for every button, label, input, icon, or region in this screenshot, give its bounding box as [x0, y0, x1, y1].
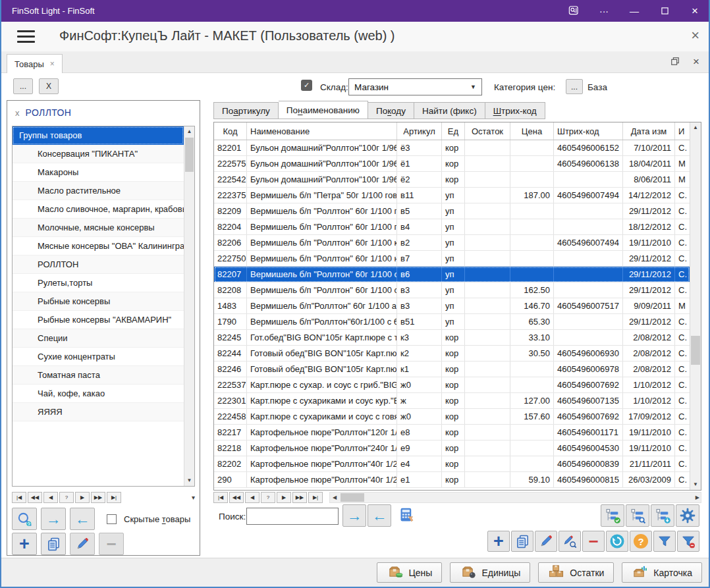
refresh-button[interactable] [606, 531, 628, 552]
group-item[interactable]: РОЛЛТОН [13, 255, 184, 274]
table-cell[interactable]: 162.50 [510, 282, 554, 298]
record-nav-button[interactable]: ▶▶ [91, 492, 105, 503]
table-cell[interactable]: Вермишель б/п"Роллтон" 60г 1/100 а [247, 298, 397, 313]
table-cell[interactable] [465, 393, 510, 408]
delete-item-button[interactable]: − [582, 531, 605, 552]
table-cell[interactable]: 29/11/2012 [623, 314, 675, 329]
search-mode-tab[interactable]: Штрих-код [485, 102, 545, 119]
table-cell[interactable]: 1790 [214, 314, 247, 329]
zoom-refresh-button[interactable] [12, 508, 37, 530]
filter-button[interactable] [653, 531, 676, 552]
table-cell[interactable] [465, 456, 510, 471]
table-cell[interactable] [465, 361, 510, 377]
table-cell[interactable]: 4605496007517 [554, 298, 623, 313]
table-row[interactable]: 82218Картофельное пюре"Роллтон"240г 1/е9… [214, 441, 690, 456]
copy-item-button[interactable] [511, 531, 533, 552]
table-cell[interactable]: 4605496006978 [554, 361, 623, 377]
window-search-icon[interactable] [559, 0, 589, 22]
table-row[interactable]: 222537Карт.пюре с сухар. и соус с гриб."… [214, 377, 690, 393]
table-cell[interactable]: е4 [397, 456, 442, 471]
table-cell[interactable]: 222458 [214, 409, 247, 424]
table-header-cell[interactable]: Артикул [397, 122, 442, 140]
table-cell[interactable]: е8 [397, 425, 442, 440]
table-cell[interactable]: 222575 [214, 156, 247, 171]
table-cell[interactable]: в4 [397, 219, 442, 234]
table-cell[interactable]: 2/08/2012 [623, 330, 675, 345]
group-item[interactable]: Рулеты,торты [13, 274, 184, 292]
table-cell[interactable]: 290 [214, 472, 247, 487]
group-item[interactable]: Мясные консервы "ОВА" Калининград [13, 237, 184, 255]
table-cell[interactable]: Вермишель б/п "Роллтон" 60г 1/100 г [247, 219, 397, 234]
table-row[interactable]: 1790Вермишель б/п"Роллтон"60г1/100 с 6в5… [214, 314, 690, 330]
table-cell[interactable]: 82208 [214, 282, 247, 298]
table-cell[interactable]: С. [675, 361, 690, 377]
table-header-cell[interactable]: Код [214, 122, 247, 140]
group-back-button[interactable]: ← [70, 508, 95, 530]
delete-group-button[interactable]: − [99, 533, 124, 555]
table-cell[interactable]: 82204 [214, 219, 247, 234]
table-cell[interactable]: С. [675, 188, 690, 203]
tab-tovary[interactable]: Товары × [7, 54, 63, 73]
table-cell[interactable]: в7 [397, 251, 442, 266]
table-cell[interactable] [465, 203, 510, 219]
table-cell[interactable]: 4605496006138 [554, 156, 623, 171]
nav-dropdown-icon[interactable]: ▾ [192, 494, 195, 501]
table-row[interactable]: 82206Вермишель б/п "Роллтон" 60г 1/100 к… [214, 235, 690, 251]
table-scrollbar[interactable]: ▲ ▼ [690, 122, 701, 490]
table-cell[interactable] [510, 156, 554, 171]
table-header-cell[interactable]: Наименование [247, 122, 397, 140]
table-cell[interactable]: 4605496007692 [554, 377, 623, 392]
table-cell[interactable] [510, 361, 554, 377]
table-cell[interactable]: М [675, 156, 690, 171]
search-mode-tab[interactable]: Найти (фикс) [414, 102, 485, 119]
search-input[interactable] [246, 508, 339, 525]
table-row[interactable]: 222542Бульон домашний"Роллтон"100г 1/96ё… [214, 172, 690, 188]
tab-close-icon[interactable]: × [50, 59, 55, 68]
table-cell[interactable]: 19/11/2010 [623, 441, 675, 456]
table-cell[interactable] [510, 251, 554, 266]
record-nav-button[interactable]: ▶▶ [292, 492, 307, 503]
window-minimize-button[interactable]: — [619, 0, 649, 22]
table-cell[interactable] [465, 251, 510, 266]
table-cell[interactable]: ё2 [397, 172, 442, 187]
table-cell[interactable]: 82244 [214, 346, 247, 361]
table-cell[interactable] [510, 235, 554, 250]
table-cell[interactable]: уп [442, 235, 465, 250]
table-cell[interactable]: кор [442, 456, 465, 471]
table-cell[interactable]: к1 [397, 361, 442, 377]
table-cell[interactable]: 4605496001171 [554, 425, 623, 440]
table-cell[interactable] [465, 298, 510, 313]
table-cell[interactable] [465, 140, 510, 155]
table-cell[interactable] [510, 267, 554, 282]
table-cell[interactable]: 222375 [214, 188, 247, 203]
table-header-cell[interactable]: Штрих-код [554, 122, 623, 140]
table-cell[interactable]: Вермишель б/п "Роллтон" 60г 1/100 г [247, 203, 397, 219]
table-cell[interactable]: к3 [397, 330, 442, 345]
ellipsis-button[interactable]: ... [13, 78, 33, 94]
table-cell[interactable]: 82207 [214, 267, 247, 282]
table-cell[interactable]: кор [442, 156, 465, 171]
table-cell[interactable]: в11 [397, 188, 442, 203]
table-cell[interactable]: С. [675, 425, 690, 440]
group-item[interactable]: Рыбные консервы [13, 292, 184, 311]
table-cell[interactable]: 1/10/2012 [623, 377, 675, 392]
table-row[interactable]: 82244Готовый обед"BIG BON"105г Карт.пюрк… [214, 346, 690, 361]
table-cell[interactable]: ж [397, 393, 442, 408]
group-item[interactable]: Специи [13, 329, 184, 348]
table-cell[interactable] [465, 472, 510, 487]
table-row[interactable]: 82246Готовый обед"BIG BON"105г Карт.пюрк… [214, 361, 690, 377]
table-cell[interactable]: 2/08/2012 [623, 346, 675, 361]
group-forward-button[interactable]: → [41, 508, 66, 530]
hamburger-menu-icon[interactable] [17, 30, 35, 43]
table-cell[interactable]: 18/04/2011 [623, 156, 675, 171]
search-back-button[interactable]: ← [368, 504, 391, 527]
table-cell[interactable]: 82202 [214, 456, 247, 471]
search-forward-button[interactable]: → [342, 504, 366, 527]
table-cell[interactable]: 19/11/2010 [623, 235, 675, 250]
table-cell[interactable]: 82217 [214, 425, 247, 440]
table-row[interactable]: 82207Вермишель б/п "Роллтон" 60г 1/100 с… [214, 267, 690, 282]
table-cell[interactable]: 2/08/2012 [623, 361, 675, 377]
table-cell[interactable]: уп [442, 298, 465, 313]
table-row[interactable]: 222375Вермишель б/п "Петра" 50г 1/100 го… [214, 188, 690, 203]
table-cell[interactable]: кор [442, 361, 465, 377]
